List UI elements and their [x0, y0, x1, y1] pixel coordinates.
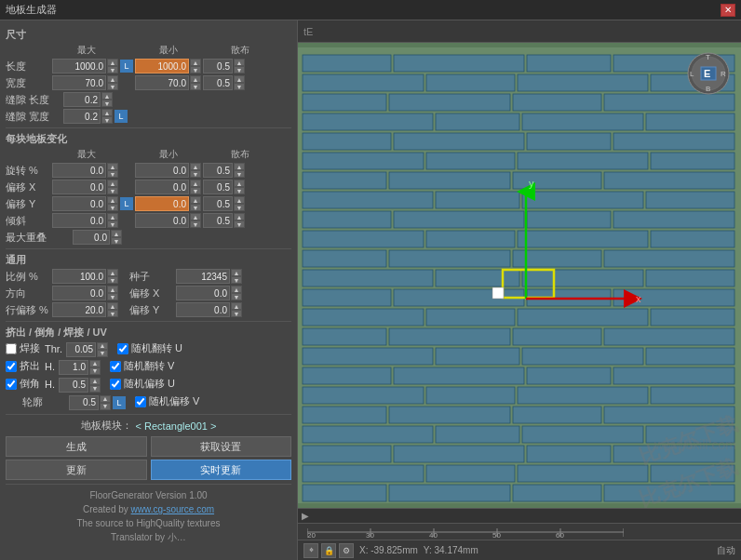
length-scatter-spinner[interactable]: ▲▼: [234, 59, 245, 73]
chamfer-h-input[interactable]: [59, 378, 88, 393]
offset-x-min-input[interactable]: [135, 180, 189, 194]
rotate-min-input[interactable]: [135, 163, 189, 178]
svg-rect-72: [651, 387, 734, 404]
rand-offset-u-checkbox[interactable]: [110, 379, 121, 390]
left-panel: 尺寸 最大 最小 散布 长度 ▲▼ L ▲▼ ▲▼: [0, 20, 298, 560]
outline-link-badge[interactable]: L: [113, 396, 126, 409]
tilt-scatter-input[interactable]: [203, 213, 233, 228]
direction-input[interactable]: [52, 286, 106, 300]
svg-rect-78: [436, 426, 519, 443]
outline-input[interactable]: [69, 395, 99, 410]
expand-icon[interactable]: ▶: [302, 511, 309, 521]
width-scatter-input[interactable]: [203, 75, 233, 90]
gap-width-row: 缝隙 宽度 ▲▼ L: [6, 109, 291, 124]
svg-rect-82: [394, 446, 524, 462]
rand-offset-v-group: 随机偏移 V: [135, 394, 199, 408]
svg-text:E: E: [704, 68, 710, 79]
viewport-canvas[interactable]: y x T R: [298, 43, 741, 508]
svg-rect-58: [389, 328, 510, 345]
title-text: 地板生成器: [6, 3, 57, 17]
floor-module-row: 地板模块： < Rectangle001 >: [6, 419, 291, 433]
gap-width-link-badge[interactable]: L: [115, 110, 128, 123]
offset-y-max-input[interactable]: [52, 196, 106, 211]
length-max-spinner[interactable]: ▲▼: [107, 59, 118, 73]
svg-rect-15: [522, 113, 643, 130]
offset-x-scatter-input[interactable]: [203, 180, 233, 194]
divider-1: [6, 127, 291, 128]
expand-bar[interactable]: ▶: [298, 508, 741, 523]
extrude-checkbox[interactable]: [6, 361, 17, 372]
rotate-row: 旋转 % ▲▼ ▲▼ ▲▼: [6, 163, 291, 178]
svg-rect-17: [303, 133, 391, 150]
offset-y-link-badge[interactable]: L: [120, 197, 133, 210]
scale-input[interactable]: [52, 269, 106, 284]
offset-y-scatter-input[interactable]: [203, 196, 233, 211]
length-min-input-group: ▲▼: [135, 59, 201, 73]
realtime-update-button[interactable]: 实时更新: [151, 460, 292, 480]
get-settings-button[interactable]: 获取设置: [151, 436, 292, 457]
length-link-badge[interactable]: L: [120, 60, 133, 73]
svg-rect-13: [303, 113, 433, 130]
svg-rect-29: [303, 192, 433, 208]
offset-y-gen-input[interactable]: [176, 302, 230, 317]
svg-rect-28: [604, 172, 734, 189]
svg-rect-39: [518, 231, 648, 247]
offset-x-gen-input[interactable]: [176, 286, 230, 300]
svg-rect-45: [303, 270, 433, 287]
svg-rect-71: [518, 387, 648, 404]
length-min-spinner[interactable]: ▲▼: [190, 59, 201, 73]
rotate-max-input[interactable]: [52, 163, 106, 178]
viewport-icon-3[interactable]: ⚙: [339, 543, 354, 558]
svg-rect-75: [513, 407, 601, 423]
generate-button[interactable]: 生成: [6, 436, 147, 457]
length-max-input[interactable]: [52, 59, 106, 73]
update-button[interactable]: 更新: [6, 460, 147, 480]
svg-rect-87: [518, 465, 648, 482]
svg-rect-93: [492, 287, 504, 299]
chamfer-checkbox[interactable]: [6, 379, 17, 390]
rand-offset-v-checkbox[interactable]: [135, 396, 146, 407]
close-button[interactable]: ✕: [721, 4, 735, 17]
svg-rect-33: [303, 211, 391, 228]
viewport-icon-2[interactable]: 🔒: [321, 543, 336, 558]
width-min-input[interactable]: [135, 75, 189, 90]
length-scatter-input[interactable]: [203, 59, 233, 73]
rand-flip-v-checkbox[interactable]: [110, 361, 121, 372]
max-overlap-input[interactable]: [73, 230, 110, 245]
tilt-min-input[interactable]: [135, 213, 189, 228]
weld-checkbox[interactable]: [6, 343, 17, 354]
offset-y-min-input[interactable]: [135, 196, 189, 211]
svg-rect-42: [389, 250, 510, 267]
offset-x-max-input[interactable]: [52, 180, 106, 194]
width-max-input[interactable]: [52, 75, 106, 90]
svg-rect-27: [513, 172, 601, 189]
gen-get-row: 生成 获取设置: [6, 436, 291, 457]
tilt-row: 倾斜 ▲▼ ▲▼ ▲▼: [6, 213, 291, 228]
svg-rect-30: [436, 192, 519, 208]
tilt-max-input[interactable]: [52, 213, 106, 228]
svg-rect-49: [303, 289, 391, 306]
weld-checkbox-group: 焊接 Thr.: [6, 341, 62, 355]
row-offset-input[interactable]: [52, 302, 106, 317]
scale-ruler: 20 30 40 50 60: [307, 526, 624, 539]
svg-text:B: B: [706, 85, 710, 93]
viewport-bottom-bar: ⌖ 🔒 ⚙ X: -39.825mm Y: 34.174mm 自动: [298, 540, 741, 560]
svg-text:R: R: [721, 70, 726, 78]
viewport-icon-1[interactable]: ⌖: [303, 543, 318, 558]
rotate-scatter-input[interactable]: [203, 163, 233, 178]
outline-row: 轮廓 ▲▼ L 随机偏移 V: [6, 394, 291, 410]
scale-bar: 20 30 40 50 60: [298, 523, 741, 540]
weld-thr-input[interactable]: [66, 342, 96, 357]
extrude-h-input[interactable]: [59, 360, 88, 375]
svg-rect-77: [303, 426, 433, 443]
length-min-input[interactable]: [135, 59, 189, 73]
seed-input[interactable]: [176, 269, 230, 284]
gap-width-input[interactable]: [63, 109, 101, 124]
svg-rect-22: [426, 153, 515, 169]
svg-rect-31: [522, 192, 643, 208]
tile-grid-svg: y x: [298, 43, 741, 508]
row-offset-row: 行偏移 % ▲▼ 偏移 Y ▲▼: [6, 302, 291, 317]
tile-headers: 最大 最小 散布: [6, 148, 291, 161]
rand-flip-u-checkbox[interactable]: [117, 343, 128, 354]
gap-length-input[interactable]: [63, 92, 101, 107]
